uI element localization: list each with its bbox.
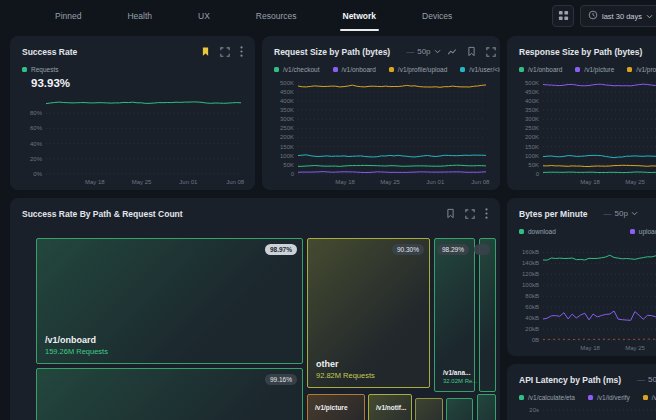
svg-text:May 25: May 25: [132, 179, 152, 185]
svg-text:Jun 08: Jun 08: [226, 179, 245, 185]
pin-icon[interactable]: [446, 208, 455, 219]
legend-swatch-icon: [630, 229, 635, 234]
api-latency-chart: 20s: [513, 402, 656, 420]
success-rate-badge: 99.16%: [265, 374, 297, 385]
treemap-cell-cell-10[interactable]: [477, 394, 496, 420]
legend-item[interactable]: /v1/checkout: [274, 66, 320, 73]
percentile-select[interactable]: — 50p: [652, 46, 656, 57]
svg-text:300K: 300K: [525, 116, 539, 122]
legend-item[interactable]: /v1/onboard: [333, 66, 376, 73]
legend-item[interactable]: /v1/onbo: [643, 394, 656, 401]
legend-item[interactable]: /v1/calculate/eta: [519, 394, 575, 401]
legend-swatch-icon: [588, 395, 593, 400]
time-range-label: last 30 days: [602, 12, 642, 21]
kebab-menu-icon[interactable]: [485, 208, 488, 219]
card-header: API Latency by Path (ms) — 50p: [507, 364, 656, 385]
percentile-dash: —: [604, 209, 612, 218]
svg-text:500K: 500K: [525, 80, 539, 86]
svg-text:40kB: 40kB: [525, 315, 539, 321]
svg-text:80%: 80%: [30, 110, 43, 116]
legend-swatch-icon: [575, 67, 580, 72]
tab-devices[interactable]: Devices: [422, 0, 452, 32]
legend-item[interactable]: /v1/prof: [627, 66, 656, 73]
svg-text:400K: 400K: [280, 98, 294, 104]
card-actions: [447, 46, 500, 57]
time-range-select[interactable]: last 30 days: [580, 5, 656, 27]
tab-pinned[interactable]: Pinned: [55, 0, 81, 32]
svg-text:200K: 200K: [525, 134, 539, 140]
legend-label: /v1/id/verify: [597, 394, 630, 401]
expand-icon[interactable]: [220, 47, 230, 57]
svg-text:100K: 100K: [280, 153, 294, 159]
percentile-select[interactable]: — 50p: [400, 46, 446, 57]
legend-item[interactable]: /v1/picture: [575, 66, 614, 73]
treemap-cell-picture[interactable]: /v1/picture: [307, 394, 365, 420]
treemap-cell-name: /v1/notif...: [376, 404, 406, 411]
legend-item[interactable]: /v1/user/<id>/profile: [460, 66, 500, 73]
treemap-cell-labels: /v1/onboard159.26M Requests: [45, 335, 108, 356]
legend: /v1/checkout/v1/onboard/v1/profile/uploa…: [262, 57, 500, 73]
tab-resources[interactable]: Resources: [256, 0, 297, 32]
treemap-cell-ana[interactable]: 98.29%/v1/ana...32.02M Re...: [434, 238, 475, 392]
treemap-cell-notif[interactable]: /v1/notif...: [368, 394, 412, 420]
svg-text:May 18: May 18: [85, 179, 105, 185]
legend: Requests: [10, 57, 255, 73]
legend-item[interactable]: /v1/onboard: [519, 66, 562, 73]
treemap-cell-row2[interactable]: 99.16%: [36, 368, 303, 420]
percentile-select[interactable]: — 50p: [631, 374, 656, 385]
legend-label: /v1/picture: [584, 66, 614, 73]
treemap-cell-cell-8[interactable]: [415, 398, 443, 420]
legend-item[interactable]: upload: [630, 228, 656, 235]
expand-icon[interactable]: [486, 47, 496, 57]
svg-text:20s: 20s: [529, 407, 539, 413]
svg-text:0%: 0%: [33, 171, 42, 177]
treemap-cell-cell-9[interactable]: [446, 398, 473, 420]
legend: /v1/onboard/v1/picture/v1/prof: [507, 57, 656, 73]
treemap-cell-onboard[interactable]: 98.97%/v1/onboard159.26M Requests: [36, 238, 303, 364]
percentile-dash: —: [406, 47, 414, 56]
legend-label: upload: [639, 228, 656, 235]
legend: downloadupload: [507, 219, 656, 235]
legend-item[interactable]: /v1/id/verify: [588, 394, 630, 401]
legend-item[interactable]: Requests: [22, 66, 58, 73]
card-title: Bytes per Minute: [519, 209, 588, 219]
legend-label: /v1/onbo: [652, 394, 656, 401]
kebab-menu-icon[interactable]: [240, 46, 243, 57]
svg-text:0B: 0B: [532, 337, 539, 343]
svg-text:150K: 150K: [280, 144, 294, 150]
svg-text:200K: 200K: [280, 134, 294, 140]
pin-icon[interactable]: [467, 46, 476, 57]
tab-network[interactable]: Network: [343, 0, 377, 32]
tab-health[interactable]: Health: [127, 0, 152, 32]
legend-swatch-icon: [333, 67, 338, 72]
tab-ux[interactable]: UX: [198, 0, 210, 32]
treemap-cell-labels: /v1/picture: [315, 404, 348, 411]
svg-text:50K: 50K: [528, 162, 539, 168]
treemap-cell-other[interactable]: 90.30%other92.82M Requests: [307, 238, 430, 388]
treemap-cell-labels: /v1/ana...32.02M Re...: [443, 369, 477, 384]
legend-swatch-icon: [460, 67, 465, 72]
percentile-select[interactable]: — 50p: [598, 208, 644, 219]
treemap-cell-cell-5[interactable]: [479, 238, 496, 392]
legend-item[interactable]: download: [519, 228, 556, 235]
legend-swatch-icon: [519, 395, 524, 400]
svg-text:60%: 60%: [30, 125, 43, 131]
top-nav: Pinned Health UX Resources Network Devic…: [0, 0, 656, 32]
chart-type-icon[interactable]: [447, 47, 457, 57]
svg-text:Jun 08: Jun 08: [471, 179, 490, 185]
legend-item[interactable]: /v1/profile/upload: [389, 66, 448, 73]
treemap-cell-labels: other92.82M Requests: [316, 359, 375, 380]
svg-text:250K: 250K: [280, 125, 294, 131]
legend-label: Requests: [31, 66, 58, 73]
expand-icon[interactable]: [465, 209, 475, 219]
grid-view-button[interactable]: [552, 5, 574, 27]
chevron-down-icon: [434, 47, 441, 56]
svg-text:140kB: 140kB: [522, 260, 539, 266]
treemap-cell-name: /v1/ana...: [443, 369, 477, 376]
card-header: Success Rate: [10, 36, 255, 57]
legend-swatch-icon: [389, 67, 394, 72]
chevron-down-icon: [646, 12, 653, 21]
treemap-cell-name: /v1/onboard: [45, 335, 108, 345]
svg-text:300K: 300K: [280, 116, 294, 122]
pinned-icon[interactable]: [201, 46, 210, 57]
